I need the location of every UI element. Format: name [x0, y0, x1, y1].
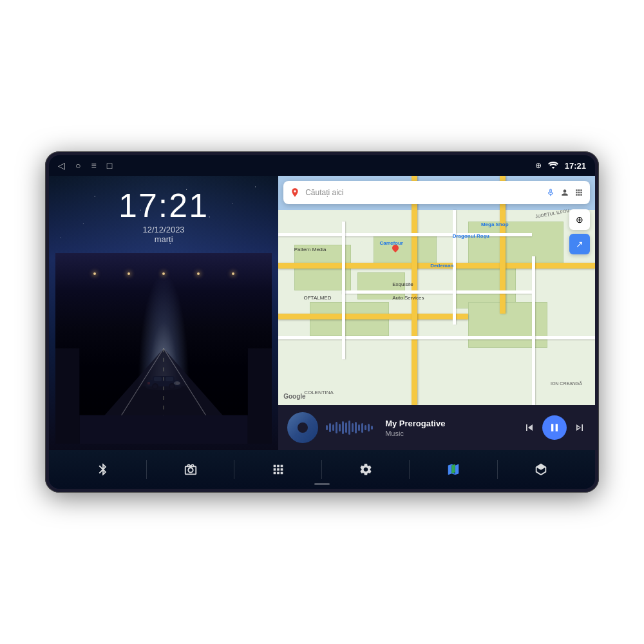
svg-rect-16 — [55, 348, 79, 444]
bottom-handle — [314, 483, 330, 485]
dock-settings-button[interactable] — [353, 457, 379, 482]
ceiling-light-1 — [93, 272, 96, 275]
previous-track-button[interactable] — [523, 421, 536, 434]
dock-bluetooth-button[interactable] — [90, 457, 116, 482]
map-search-bar[interactable]: Căutați aici — [283, 181, 590, 204]
waveform-bar-12 — [361, 423, 363, 433]
status-indicators: ⊕ 17:21 — [535, 161, 586, 171]
nav-recent-icon[interactable]: □ — [107, 160, 112, 171]
map-label-exquisite: Exquisite — [392, 281, 413, 287]
map-overlay-buttons: ⊕ ↗ — [569, 209, 590, 254]
car-tunnel-image — [55, 253, 272, 444]
right-panel: Pattern Media Carrefour Dragonul Roșu De… — [278, 176, 595, 450]
waveform-bar-3 — [332, 424, 334, 431]
waveform-bar-10 — [355, 422, 357, 433]
map-road-h2 — [342, 290, 532, 294]
bottom-dock — [49, 450, 595, 489]
cube-icon — [534, 462, 548, 477]
map-label-auto-services: Auto Services — [392, 295, 424, 301]
dock-divider-2 — [234, 460, 234, 479]
dock-divider-1 — [146, 460, 147, 479]
clock-time: 17:21 — [118, 189, 209, 222]
dock-radio-button[interactable] — [178, 457, 204, 482]
map-label-carrefour: Carrefour — [380, 240, 403, 246]
google-maps-logo: Google — [283, 393, 305, 400]
tunnel-background — [55, 253, 272, 444]
map-location-pin — [392, 245, 399, 251]
settings-gear-icon — [359, 462, 373, 477]
svg-rect-18 — [79, 415, 247, 444]
status-time: 17:21 — [565, 161, 586, 171]
map-road-v3 — [532, 256, 535, 405]
music-player: My Prerogative Music — [278, 405, 595, 450]
dock-maps-button[interactable] — [440, 457, 466, 482]
map-label-mega-shop: Mega Shop — [481, 222, 509, 227]
album-art-center — [298, 422, 308, 433]
device-frame: ◁ ○ ≡ □ ⊕ 17:21 — [45, 151, 599, 493]
device-screen: ◁ ○ ≡ □ ⊕ 17:21 — [49, 155, 595, 489]
map-label-ion-creanga: ION CREANGĂ — [551, 381, 582, 386]
music-waveform — [326, 418, 377, 437]
dock-divider-5 — [497, 460, 498, 479]
dock-divider-3 — [321, 460, 322, 479]
waveform-bar-13 — [365, 425, 366, 430]
dock-yandex-button[interactable] — [528, 457, 554, 482]
waveform-bar-6 — [342, 421, 344, 434]
left-panel: 17:21 12/12/2023 marți — [49, 176, 278, 450]
play-pause-button[interactable] — [542, 415, 567, 440]
waveform-bar-11 — [358, 424, 360, 431]
map-background: Pattern Media Carrefour Dragonul Roșu De… — [278, 176, 595, 405]
next-track-button[interactable] — [573, 421, 586, 434]
map-label-colentina: COLENTINA — [304, 390, 334, 395]
status-bar: ◁ ○ ≡ □ ⊕ 17:21 — [49, 155, 595, 176]
map-block-7 — [468, 302, 547, 348]
map-block-6 — [468, 222, 564, 267]
maps-section[interactable]: Pattern Media Carrefour Dragonul Roșu De… — [278, 176, 595, 405]
waveform-bar-14 — [368, 424, 370, 431]
map-road-v1 — [342, 222, 345, 359]
music-info: My Prerogative Music — [385, 419, 515, 437]
music-title: My Prerogative — [385, 419, 515, 428]
bluetooth-icon — [96, 462, 110, 477]
radio-icon — [184, 462, 198, 477]
waveform-bar-4 — [336, 422, 337, 433]
maps-container[interactable]: Pattern Media Carrefour Dragonul Roșu De… — [278, 176, 595, 405]
album-art — [287, 412, 318, 443]
waveform-bar-15 — [371, 426, 373, 430]
location-icon: ⊕ — [535, 161, 542, 170]
nav-menu-icon[interactable]: ≡ — [91, 160, 96, 171]
map-layers-button[interactable]: ⊕ — [569, 209, 590, 230]
music-controls — [523, 415, 586, 440]
map-search-text[interactable]: Căutați aici — [305, 188, 541, 197]
map-main-road-h2 — [278, 314, 468, 319]
nav-home-icon[interactable]: ○ — [75, 160, 80, 171]
google-maps-dock-icon — [446, 462, 460, 477]
map-road-h3 — [278, 336, 595, 339]
dock-divider-4 — [409, 460, 410, 479]
nav-back-icon[interactable]: ◁ — [58, 160, 65, 171]
ceiling-light-2 — [128, 272, 130, 275]
map-label-dedeman: Dedeman — [430, 263, 453, 269]
microphone-icon[interactable] — [546, 188, 555, 197]
ceiling-light-5 — [232, 272, 234, 275]
wifi-icon — [548, 161, 558, 171]
waveform-bar-9 — [352, 423, 354, 432]
map-label-oftalmed: OFTALMED — [304, 295, 332, 301]
dock-apps-button[interactable] — [265, 457, 291, 482]
waveform-bar-2 — [329, 423, 331, 432]
waveform-bar-7 — [345, 422, 347, 433]
waveform-bar-5 — [339, 424, 341, 431]
account-icon[interactable] — [560, 188, 569, 197]
map-pin-dot — [391, 243, 400, 252]
map-navigate-button[interactable]: ↗ — [569, 234, 590, 254]
clock-section: 17:21 12/12/2023 marți — [118, 189, 209, 244]
nav-controls: ◁ ○ ≡ □ — [58, 160, 112, 171]
google-maps-icon — [290, 187, 300, 198]
grid-icon[interactable] — [574, 188, 583, 197]
map-label-dragonul: Dragonul Roșu — [453, 233, 489, 239]
map-road-h1 — [278, 233, 531, 236]
main-content: 17:21 12/12/2023 marți — [49, 176, 595, 450]
map-label-pattern-media: Pattern Media — [294, 247, 327, 252]
apps-grid-icon — [271, 462, 285, 477]
waveform-bar-1 — [326, 425, 328, 430]
